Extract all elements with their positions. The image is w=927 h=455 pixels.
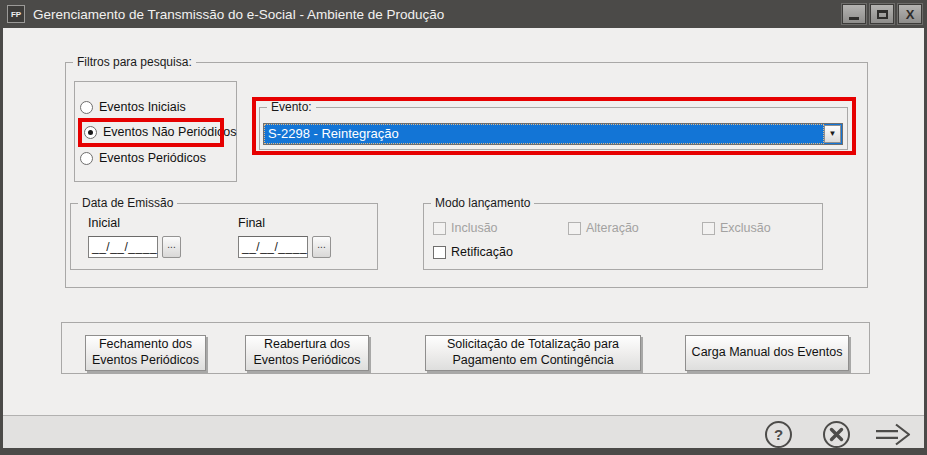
data-emissao-group-label: Data de Emissão (78, 196, 177, 210)
carga-manual-eventos-button[interactable]: Carga Manual dos Eventos (685, 335, 849, 371)
final-label: Final (238, 216, 265, 230)
window-title: Gerenciamento de Transmissão do e-Social… (33, 7, 444, 22)
fechamento-eventos-periodicos-button[interactable]: Fechamento dos Eventos Periódicos (85, 335, 206, 371)
radio-icon (80, 101, 93, 114)
proceed-button[interactable] (874, 422, 912, 447)
checkbox-inclusao: Inclusão (433, 221, 498, 235)
inicial-browse-button[interactable]: ... (162, 236, 181, 258)
checkbox-icon (433, 246, 446, 259)
cancel-button[interactable] (822, 420, 851, 449)
evento-combobox[interactable]: S-2298 - Reintegração ▼ (263, 123, 843, 145)
checkbox-retificacao[interactable]: Retificação (433, 245, 513, 259)
radio-label: Eventos Não Periódicos (103, 125, 236, 139)
checkbox-alteracao: Alteração (568, 221, 639, 235)
radio-eventos-iniciais[interactable]: Eventos Iniciais (80, 100, 186, 114)
radio-icon (80, 152, 93, 165)
radio-label: Eventos Periódicos (99, 151, 206, 165)
titlebar: FP Gerenciamento de Transmissão do e-Soc… (0, 0, 927, 28)
close-button[interactable]: X (898, 4, 922, 24)
app-window: FP Gerenciamento de Transmissão do e-Soc… (0, 0, 927, 455)
checkbox-label: Retificação (451, 245, 513, 259)
checkbox-icon (702, 222, 715, 235)
checkbox-label: Inclusão (451, 221, 498, 235)
radio-label: Eventos Iniciais (99, 100, 186, 114)
chevron-down-icon: ▼ (829, 130, 837, 138)
checkbox-exclusao: Exclusão (702, 221, 771, 235)
filters-group-label: Filtros para pesquisa: (73, 55, 196, 69)
proceed-arrow-icon (874, 422, 912, 447)
svg-text:?: ? (774, 426, 783, 443)
minimize-button[interactable] (842, 4, 866, 24)
inicial-date-input[interactable]: __/__/____ (88, 236, 158, 258)
reabertura-eventos-periodicos-button[interactable]: Reabertura dos Eventos Periódicos (245, 335, 369, 371)
checkbox-label: Exclusão (720, 221, 771, 235)
cancel-icon (822, 420, 851, 449)
minimize-icon (849, 17, 859, 20)
modo-lancamento-groupbox: Modo lançamento (423, 203, 823, 270)
checkbox-icon (433, 222, 446, 235)
radio-eventos-nao-periodicos[interactable]: Eventos Não Periódicos (84, 125, 236, 139)
radio-eventos-periodicos[interactable]: Eventos Periódicos (80, 151, 206, 165)
final-date-input[interactable]: __/__/____ (238, 236, 308, 258)
modo-lancamento-group-label: Modo lançamento (431, 196, 534, 210)
maximize-button[interactable] (870, 4, 894, 24)
evento-selected-option: S-2298 - Reintegração (264, 124, 824, 144)
radio-icon-selected (84, 126, 97, 139)
inicial-label: Inicial (88, 216, 120, 230)
checkbox-label: Alteração (586, 221, 639, 235)
checkbox-icon (568, 222, 581, 235)
help-button[interactable]: ? (764, 420, 793, 449)
evento-group-label: Evento: (267, 100, 316, 114)
close-icon: X (906, 8, 915, 21)
help-icon: ? (764, 420, 793, 449)
maximize-icon (877, 10, 888, 19)
evento-dropdown-button[interactable]: ▼ (824, 125, 841, 143)
final-browse-button[interactable]: ... (312, 236, 331, 258)
app-icon: FP (7, 5, 25, 23)
solicitacao-totalizacao-button[interactable]: Solicitação de Totalização para Pagament… (425, 335, 641, 371)
